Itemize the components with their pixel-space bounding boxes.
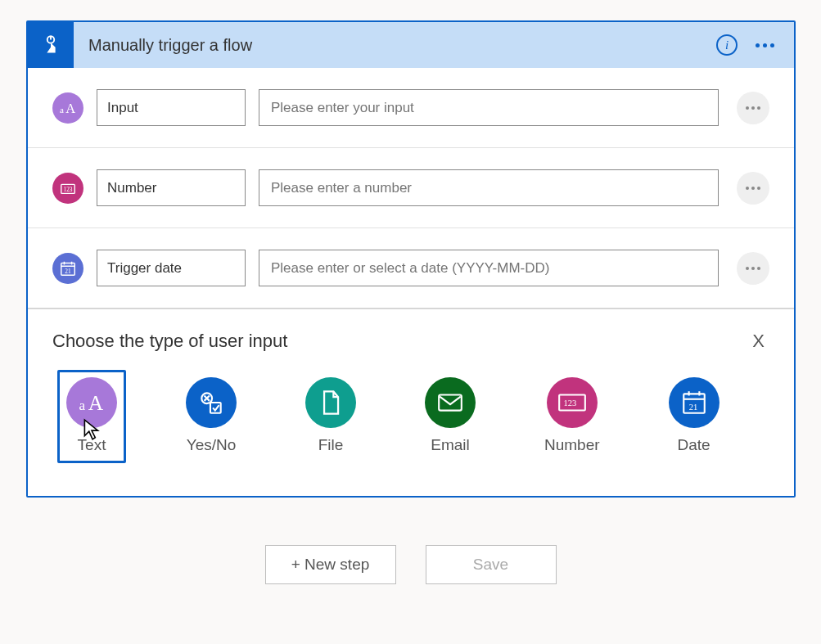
input-row-menu-button[interactable] [737, 172, 769, 205]
input-type-email[interactable]: Email [416, 370, 485, 463]
input-row-menu-button[interactable] [737, 92, 769, 124]
type-label: Text [78, 436, 106, 454]
input-name-field[interactable] [97, 169, 246, 206]
date-type-icon: 21 [52, 253, 83, 284]
choose-type-heading: Choose the type of user input [52, 331, 287, 352]
type-label: File [318, 436, 344, 454]
svg-text:A: A [88, 391, 104, 415]
svg-rect-17 [439, 394, 462, 410]
input-type-date[interactable]: 21 Date [660, 370, 729, 463]
info-icon[interactable]: i [716, 34, 738, 56]
close-icon[interactable]: X [747, 327, 769, 355]
card-title: Manually trigger a flow [74, 36, 716, 55]
svg-text:123: 123 [563, 399, 576, 408]
text-icon: aA [66, 377, 117, 428]
type-label: Number [544, 436, 600, 454]
type-label: Email [431, 436, 470, 454]
input-description-field[interactable] [259, 250, 719, 286]
svg-rect-16 [210, 403, 221, 413]
file-icon [305, 377, 356, 428]
input-type-file[interactable]: File [296, 370, 365, 463]
new-step-button[interactable]: + New step [265, 545, 396, 584]
choose-input-type-panel: Choose the type of user input X aA Text [28, 308, 794, 480]
svg-text:21: 21 [65, 267, 71, 274]
trigger-card: Manually trigger a flow i aA 123 [26, 20, 796, 498]
input-description-field[interactable] [259, 169, 719, 206]
input-row-number: 123 [28, 148, 794, 228]
type-label: Date [678, 436, 710, 454]
trigger-icon [28, 22, 74, 68]
input-row-date: 21 [28, 228, 794, 308]
input-type-text[interactable]: aA Text [57, 370, 126, 463]
yesno-icon [186, 377, 237, 428]
email-icon [425, 377, 476, 428]
save-button[interactable]: Save [426, 545, 557, 584]
number-type-icon: 123 [52, 173, 83, 204]
input-row-text: aA [28, 68, 794, 148]
input-name-field[interactable] [97, 89, 246, 126]
footer-actions: + New step Save [26, 545, 795, 584]
input-name-field[interactable] [97, 250, 246, 286]
svg-text:a: a [60, 104, 64, 114]
input-row-menu-button[interactable] [737, 252, 769, 285]
svg-text:A: A [65, 100, 75, 115]
input-type-number[interactable]: 123 Number [535, 370, 609, 463]
input-type-yesno[interactable]: Yes/No [177, 370, 246, 463]
type-label: Yes/No [187, 436, 237, 454]
calendar-icon: 21 [669, 377, 720, 428]
number-icon: 123 [547, 377, 598, 428]
svg-text:21: 21 [688, 403, 697, 412]
text-type-icon: aA [52, 92, 83, 124]
input-description-field[interactable] [259, 89, 719, 126]
card-header[interactable]: Manually trigger a flow i [28, 22, 794, 68]
svg-text:a: a [79, 398, 85, 413]
card-menu-button[interactable] [752, 40, 778, 51]
svg-text:123: 123 [64, 185, 73, 192]
